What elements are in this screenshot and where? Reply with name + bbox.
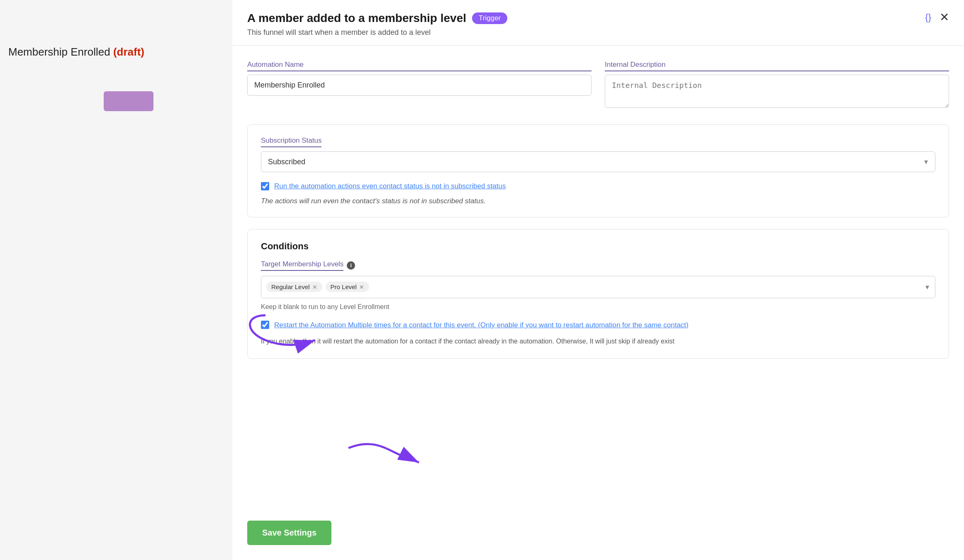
close-button[interactable]: ✕ [940, 12, 949, 23]
checkbox2-row: Restart the Automation Multiple times fo… [261, 320, 935, 331]
modal-header-left: A member added to a membership level Tri… [247, 12, 507, 37]
save-settings-button[interactable]: Save Settings [247, 521, 331, 545]
subscription-status-label: Subscription Status [261, 136, 321, 147]
checkbox1-row: Run the automation actions even contact … [261, 181, 935, 191]
subscription-status-card: Subscription Status Subscribed Unsubscri… [247, 124, 949, 217]
internal-description-input[interactable] [605, 75, 949, 108]
bg-content: Membership Enrolled (draft) [0, 0, 232, 560]
italic-note: The actions will run even the contact's … [261, 197, 935, 205]
info-icon[interactable]: i [347, 261, 355, 270]
checkbox1-input[interactable] [261, 182, 269, 190]
checkbox2-label[interactable]: Restart the Automation Multiple times fo… [274, 320, 689, 331]
modal-panel: A member added to a membership level Tri… [232, 0, 964, 560]
modal-subtitle: This funnel will start when a member is … [247, 28, 507, 37]
automation-name-field: Automation Name [247, 61, 592, 110]
bg-title-text: Membership Enrolled [8, 46, 110, 58]
trigger-badge: Trigger [472, 12, 507, 24]
modal-title: A member added to a membership level [247, 12, 466, 25]
bg-node [104, 91, 153, 111]
subscription-status-select[interactable]: Subscribed Unsubscribed All [261, 151, 935, 172]
bg-draft-label: (draft) [113, 46, 144, 58]
tag-select[interactable]: Regular Level ✕ Pro Level ✕ ▾ [261, 276, 935, 298]
code-icon[interactable]: {} [925, 12, 931, 23]
tag-pro-remove[interactable]: ✕ [359, 284, 364, 290]
internal-description-label: Internal Description [605, 61, 949, 71]
checkbox1-label[interactable]: Run the automation actions even contact … [274, 181, 506, 191]
bg-page-title: Membership Enrolled (draft) [8, 46, 144, 58]
modal-header-actions: {} ✕ [925, 12, 949, 23]
tag-select-arrow: ▾ [925, 282, 929, 292]
target-levels-label: Target Membership Levels [261, 260, 343, 271]
tag-regular-level: Regular Level ✕ [266, 282, 322, 292]
automation-name-label: Automation Name [247, 61, 592, 71]
target-label-row: Target Membership Levels i [261, 260, 935, 271]
tag-pro-label: Pro Level [331, 283, 357, 290]
save-row: Save Settings [232, 509, 964, 560]
automation-name-input[interactable] [247, 75, 592, 96]
internal-description-field: Internal Description [605, 61, 949, 110]
modal-body: Automation Name Internal Description Sub… [232, 46, 964, 509]
subscription-status-wrapper: Subscribed Unsubscribed All ▾ [261, 151, 935, 172]
tag-pro-level: Pro Level ✕ [326, 282, 369, 292]
checkbox2-input[interactable] [261, 321, 269, 329]
conditions-title: Conditions [261, 241, 935, 252]
modal-header: A member added to a membership level Tri… [232, 0, 964, 46]
restart-note: If you enable, then it will restart the … [261, 336, 935, 347]
form-top-row: Automation Name Internal Description [247, 61, 949, 110]
tag-regular-remove[interactable]: ✕ [312, 284, 317, 290]
tag-regular-label: Regular Level [271, 283, 310, 290]
modal-title-row: A member added to a membership level Tri… [247, 12, 507, 25]
conditions-card: Conditions Target Membership Levels i Re… [247, 229, 949, 359]
blank-note: Keep it blank to run to any Level Enroll… [261, 303, 935, 311]
